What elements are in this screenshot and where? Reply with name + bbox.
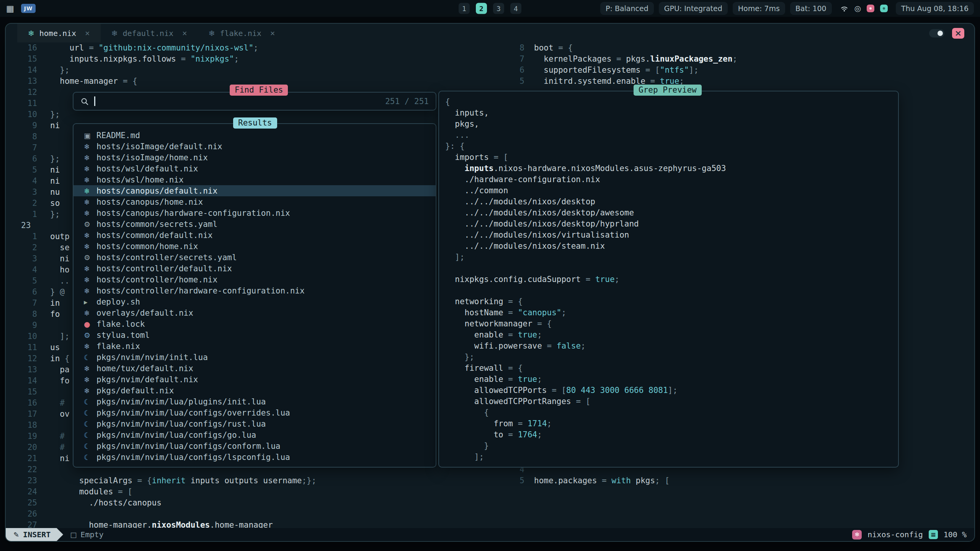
list-item[interactable]: ☾pkgs/nvim/nvim/lua/configs/conform.lua (74, 440, 436, 452)
line-number: 23 (6, 475, 50, 486)
line-number: 26 (6, 509, 50, 520)
nix-file-icon: ❄ (84, 165, 96, 173)
wifi-icon[interactable] (840, 4, 849, 13)
preview-code-line: to = 1764; (445, 429, 898, 440)
file-path: pkgs/nvim/nvim/lua/configs/overrides.lua (96, 408, 290, 417)
list-item[interactable]: ❄hosts/canopus/home.nix (74, 196, 436, 207)
nix-file-icon: ❄ (84, 287, 96, 295)
list-item[interactable]: ☾pkgs/nvim/nvim/lua/configs/overrides.lu… (74, 407, 436, 418)
window-close-button[interactable]: × (952, 28, 964, 39)
list-item[interactable]: ⚙stylua.toml (74, 329, 436, 341)
list-item[interactable]: ❄pkgs/default.nix (74, 385, 436, 396)
nix-file-icon: ❄ (84, 276, 96, 284)
preview-code-line: nixpkgs.config.cudaSupport = true; (445, 274, 898, 285)
app-launcher-icon[interactable]: ▦ (6, 4, 14, 13)
list-item[interactable]: ❄hosts/common/default.nix (74, 230, 436, 241)
list-item[interactable]: ☾pkgs/nvim/nvim/lua/configs/rust.lua (74, 418, 436, 429)
list-item[interactable]: ▣README.md (74, 130, 436, 141)
list-item[interactable]: ☾pkgs/nvim/nvim/lua/configs/lspconfig.lu… (74, 452, 436, 463)
tab-close-icon[interactable]: × (85, 29, 90, 38)
workspace-button-3[interactable]: 3 (493, 3, 504, 14)
volume-icon[interactable]: ◎ (854, 4, 861, 13)
nightlight-icon[interactable] (880, 5, 888, 12)
line-number: 5 (6, 165, 50, 176)
window-pin-toggle[interactable] (929, 29, 944, 37)
list-item[interactable]: ☾pkgs/nvim/nvim/lua/configs/go.lua (74, 429, 436, 440)
lines-icon: ≡ (929, 530, 938, 539)
list-item[interactable]: ❄hosts/wsl/home.nix (74, 174, 436, 185)
preview-code-line: inputs.nixos-hardware.nixosModules.asus-… (445, 163, 898, 174)
file-path: pkgs/nvim/nvim/lua/configs/go.lua (96, 430, 256, 440)
file-path: pkgs/nvim/nvim/init.lua (96, 353, 208, 362)
code-text: home.packages = with pkgs; [ (534, 475, 670, 486)
file-path: hosts/controller/home.nix (96, 275, 217, 284)
line-number: 27 (6, 520, 50, 528)
list-item[interactable]: ❄hosts/controller/hardware-configuration… (74, 285, 436, 296)
line-number: 3 (6, 253, 50, 264)
list-item[interactable]: ❄flake.nix (74, 341, 436, 352)
list-item[interactable]: ❄overlays/default.nix (74, 307, 436, 318)
file-path: flake.lock (96, 320, 145, 329)
top-bar: ▦ JW 1234 P: Balanced GPU: Integrated Ho… (0, 0, 980, 17)
code-text: in (50, 298, 60, 309)
line-number: 13 (6, 364, 50, 375)
list-item[interactable]: ⚙hosts/controller/secrets.yaml (74, 252, 436, 263)
media-icon[interactable] (867, 5, 874, 12)
tab-flake.nix[interactable]: ❄flake.nix× (198, 24, 286, 42)
nix-file-icon: ❄ (84, 386, 96, 395)
lua-file-icon: ☾ (84, 398, 96, 406)
file-path: hosts/canopus/home.nix (96, 197, 203, 207)
list-item[interactable]: ❄home/tux/default.nix (74, 363, 436, 374)
list-item[interactable]: ❄hosts/canopus/hardware-configuration.ni… (74, 207, 436, 218)
file-path: hosts/common/default.nix (96, 231, 212, 240)
code-text: kernelPackages = pkgs.linuxPackages_zen; (534, 54, 737, 65)
list-item[interactable]: ❄hosts/isoImage/default.nix (74, 141, 436, 152)
list-item[interactable]: ●flake.lock (74, 318, 436, 329)
workspace-button-2[interactable]: 2 (476, 3, 487, 14)
list-item[interactable]: ⚙hosts/common/secrets.yaml (74, 218, 436, 230)
nix-file-icon: ❄ (84, 342, 96, 350)
preview-code: { inputs, pkgs, ...}: { imports = [ inpu… (438, 91, 899, 468)
workspace-button-4[interactable]: 4 (510, 3, 521, 14)
list-item[interactable]: ❄hosts/canopus/default.nix (74, 185, 436, 196)
line-number: 3 (6, 187, 50, 198)
lua-file-icon: ☾ (84, 442, 96, 450)
results-list[interactable]: ▣README.md❄hosts/isoImage/default.nix❄ho… (73, 123, 436, 468)
tab-label: default.nix (123, 29, 173, 38)
editor-area: 16 url = "github:nix-community/nixos-wsl… (6, 42, 974, 528)
code-text: ./hosts/canopus (50, 497, 162, 509)
code-text: modules = [ (50, 486, 132, 497)
code-line: 24 modules = [ (6, 486, 508, 497)
preview-code-line: hostName = "canopus"; (445, 307, 898, 318)
preview-code-line: }: { (445, 141, 898, 152)
list-item[interactable]: ❄hosts/controller/default.nix (74, 263, 436, 274)
list-item[interactable]: ❄hosts/wsl/default.nix (74, 163, 436, 174)
preview-code-line: enable = true; (445, 329, 898, 341)
logo-badge[interactable]: JW (21, 4, 36, 13)
list-item[interactable]: ❄hosts/common/home.nix (74, 241, 436, 252)
nix-snowflake-icon: ❄ (28, 29, 34, 38)
yaml-file-icon: ⚙ (84, 253, 96, 262)
list-item[interactable]: ☾pkgs/nvim/nvim/lua/plugins/init.lua (74, 396, 436, 407)
preview-code-line: ../../modules/nixos/steam.nix (445, 241, 898, 252)
tab-label: home.nix (39, 29, 76, 38)
buffer-name: □ Empty (70, 530, 103, 539)
list-item[interactable]: ❄pkgs/nvim/default.nix (74, 374, 436, 385)
tab-close-icon[interactable]: × (270, 29, 275, 38)
list-item[interactable]: ☾pkgs/nvim/nvim/init.lua (74, 352, 436, 363)
line-number: 9 (6, 120, 50, 131)
list-item[interactable]: ❄hosts/controller/home.nix (74, 274, 436, 285)
nix-file-icon: ❄ (84, 153, 96, 162)
preview-code-line: networking = { (445, 296, 898, 307)
workspace-button-1[interactable]: 1 (459, 3, 470, 14)
mode-label: INSERT (23, 530, 51, 539)
tab-close-icon[interactable]: × (182, 29, 187, 38)
code-text: us (50, 342, 60, 353)
list-item[interactable]: ▸deploy.sh (74, 296, 436, 307)
lua-file-icon: ☾ (84, 453, 96, 461)
list-item[interactable]: ❄hosts/isoImage/home.nix (74, 152, 436, 163)
tab-home.nix[interactable]: ❄home.nix× (17, 24, 101, 42)
preview-code-line: imports = [ (445, 152, 898, 163)
tab-default.nix[interactable]: ❄default.nix× (101, 24, 198, 42)
search-icon (80, 97, 89, 106)
